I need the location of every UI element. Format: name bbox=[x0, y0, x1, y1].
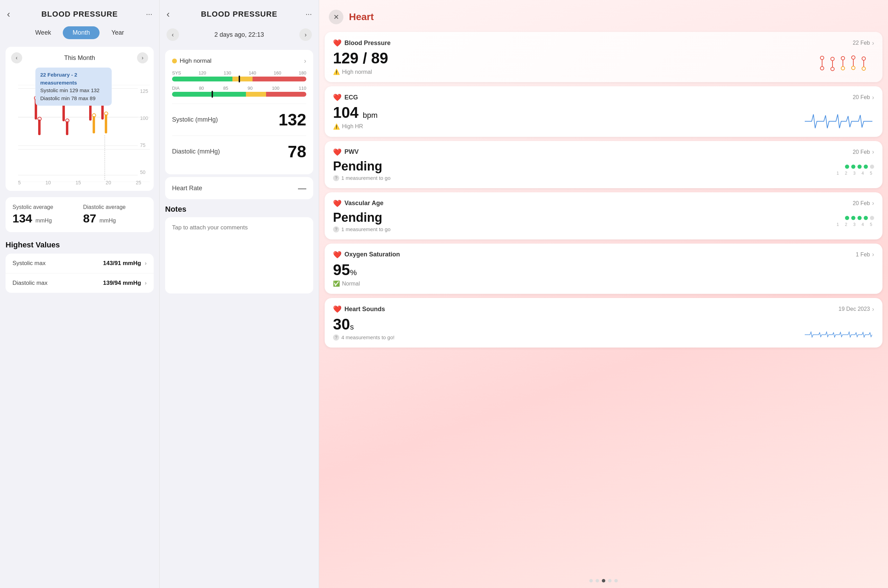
svg-point-27 bbox=[841, 57, 844, 60]
pwv-label-2: 2 bbox=[843, 171, 849, 176]
vascular-info: ? 1 measurement to go bbox=[333, 226, 391, 232]
heart-sounds-info-text: 4 measurements to go! bbox=[341, 334, 394, 340]
diastolic-measure-label: Diastolic (mmHg) bbox=[172, 148, 220, 155]
more-button-middle[interactable]: ··· bbox=[306, 10, 312, 19]
sys-gauge-marker bbox=[239, 75, 240, 82]
metric-card-heart-sounds[interactable]: ❤️ Heart Sounds 19 Dec 2023 › 30s ? 4 me… bbox=[325, 298, 882, 347]
page-dot-3[interactable] bbox=[602, 579, 605, 582]
pwv-chevron-icon: › bbox=[872, 148, 874, 156]
chart-container: ‹ This Month › 22 February - 2 measureme… bbox=[6, 47, 154, 191]
oxygen-chevron-icon: › bbox=[872, 251, 874, 258]
sys-tick-140: 140 bbox=[249, 70, 256, 75]
metric-card-ecg[interactable]: ❤️ ECG 20 Feb › 104 bpm ⚠️ High HR bbox=[325, 86, 882, 136]
panel-left: ‹ BLOOD PRESSURE ··· Week Month Year ‹ T… bbox=[0, 0, 160, 588]
svg-rect-10 bbox=[66, 121, 68, 135]
page-dot-5[interactable] bbox=[614, 579, 618, 582]
panel-middle-header: ‹ BLOOD PRESSURE ··· bbox=[160, 0, 319, 22]
nav-prev-button[interactable]: ‹ bbox=[167, 28, 179, 41]
pwv-card-header: ❤️ PWV 20 Feb › bbox=[333, 148, 874, 156]
oxygen-metric-name: Oxygen Saturation bbox=[345, 251, 400, 258]
sys-label: SYS bbox=[172, 70, 181, 75]
tab-week[interactable]: Week bbox=[25, 26, 61, 39]
systolic-measure-row: Systolic (mmHg) 132 bbox=[172, 104, 306, 135]
ecg-warning-icon: ⚠️ bbox=[333, 123, 340, 130]
ecg-status: ⚠️ High HR bbox=[333, 123, 378, 130]
metric-card-pwv[interactable]: ❤️ PWV 20 Feb › Pending ? 1 measurement … bbox=[325, 141, 882, 188]
notes-section: Notes bbox=[160, 202, 319, 298]
status-row[interactable]: High normal › bbox=[172, 57, 306, 65]
x-label-20: 20 bbox=[106, 180, 111, 185]
tooltip-diastolic: Diastolic min 78 max 89 bbox=[40, 94, 107, 102]
metric-card-blood-pressure[interactable]: ❤️ Blood Pressure 22 Feb › 129 / 89 ⚠️ H… bbox=[325, 32, 882, 82]
dia-gauge-row: DIA 80 85 90 100 110 bbox=[172, 86, 306, 97]
vascular-progress-section: 1 2 3 4 5 bbox=[835, 216, 874, 227]
x-label-25: 25 bbox=[135, 180, 141, 185]
pwv-dot-5 bbox=[870, 165, 874, 169]
vascular-card-header: ❤️ Vascular Age 20 Feb › bbox=[333, 199, 874, 207]
pwv-info-text: 1 measurement to go bbox=[341, 175, 391, 181]
close-button[interactable]: ✕ bbox=[329, 10, 343, 24]
diastolic-max-value: 139/94 mmHg › bbox=[103, 280, 147, 286]
page-dot-1[interactable] bbox=[589, 579, 593, 582]
tab-month[interactable]: Month bbox=[63, 26, 99, 39]
dia-gauge-marker bbox=[212, 91, 213, 98]
chart-title: This Month bbox=[64, 54, 95, 62]
oxygen-name-row: ❤️ Oxygen Saturation bbox=[333, 250, 400, 259]
pwv-label-5: 5 bbox=[868, 171, 874, 176]
diastolic-measure-row: Diastolic (mmHg) 78 bbox=[172, 135, 306, 167]
ecg-chevron-icon: › bbox=[872, 94, 874, 101]
systolic-stat: Systolic average 134 mmHg bbox=[12, 204, 76, 225]
metric-card-oxygen[interactable]: ❤️ Oxygen Saturation 1 Feb › 95% ✅ Norma… bbox=[325, 244, 882, 294]
vascular-label-4: 4 bbox=[859, 222, 866, 227]
oxygen-ok-icon: ✅ bbox=[333, 280, 340, 287]
chart-area: 22 February - 2 measurements Systolic mi… bbox=[11, 68, 148, 185]
diastolic-avg-label: Diastolic average bbox=[83, 204, 147, 210]
bp-metric-value: 129 / 89 bbox=[333, 50, 388, 66]
heart-icon-pwv: ❤️ bbox=[333, 148, 342, 156]
page-dot-4[interactable] bbox=[608, 579, 611, 582]
systolic-max-value: 143/91 mmHg › bbox=[103, 260, 147, 267]
vascular-dot-5 bbox=[870, 216, 874, 220]
pwv-metric-date: 20 Feb bbox=[853, 149, 870, 155]
heart-sounds-metric-name: Heart Sounds bbox=[345, 306, 385, 313]
vascular-label-3: 3 bbox=[851, 222, 858, 227]
back-button-left[interactable]: ‹ bbox=[7, 9, 10, 20]
pwv-label-1: 1 bbox=[835, 171, 841, 176]
metric-card-vascular-age[interactable]: ❤️ Vascular Age 20 Feb › Pending ? 1 mea… bbox=[325, 192, 882, 239]
oxygen-metric-value: 95% bbox=[333, 262, 874, 278]
nav-next-button[interactable]: › bbox=[300, 28, 312, 41]
nav-row: ‹ 2 days ago, 22:13 › bbox=[160, 22, 319, 47]
sys-gauge-row: SYS 120 130 140 160 180 bbox=[172, 70, 306, 81]
tab-year[interactable]: Year bbox=[102, 26, 134, 39]
bp-card-header: ❤️ Blood Pressure 22 Feb › bbox=[333, 39, 874, 47]
pwv-info-icon: ? bbox=[333, 175, 339, 181]
notes-title: Notes bbox=[165, 205, 313, 214]
ecg-card-header: ❤️ ECG 20 Feb › bbox=[333, 93, 874, 102]
more-button-left[interactable]: ··· bbox=[146, 10, 152, 19]
page-dot-2[interactable] bbox=[596, 579, 599, 582]
panel-middle-title: BLOOD PRESSURE bbox=[201, 10, 277, 19]
notes-input[interactable] bbox=[165, 217, 313, 294]
svg-point-21 bbox=[820, 56, 824, 60]
ecg-metric-name: ECG bbox=[345, 94, 358, 101]
chart-prev-button[interactable]: ‹ bbox=[11, 52, 22, 63]
panel-right: ✕ Heart ❤️ Blood Pressure 22 Feb › 129 /… bbox=[319, 0, 888, 588]
heart-sounds-metric-value: 30s bbox=[333, 316, 394, 333]
heart-sounds-name-row: ❤️ Heart Sounds bbox=[333, 305, 385, 313]
chart-next-button[interactable]: › bbox=[137, 52, 148, 63]
heart-rate-label: Heart Rate bbox=[172, 184, 202, 192]
systolic-max-row[interactable]: Systolic max 143/91 mmHg › bbox=[6, 254, 154, 273]
back-button-middle[interactable]: ‹ bbox=[167, 9, 170, 20]
panel-middle: ‹ BLOOD PRESSURE ··· ‹ 2 days ago, 22:13… bbox=[160, 0, 319, 588]
vascular-dot-3 bbox=[858, 216, 862, 220]
pwv-metric-value: Pending bbox=[333, 159, 391, 174]
detail-card: High normal › SYS 120 130 140 160 180 bbox=[165, 50, 313, 174]
systolic-avg-label: Systolic average bbox=[12, 204, 76, 210]
pwv-progress-labels: 1 2 3 4 5 bbox=[835, 171, 874, 176]
tooltip-date: 22 February - 2 measurements bbox=[40, 71, 107, 87]
dia-gauge-track bbox=[172, 92, 306, 97]
oxygen-metric-date: 1 Feb bbox=[856, 252, 870, 258]
highest-card: Systolic max 143/91 mmHg › Diastolic max… bbox=[6, 254, 154, 293]
diastolic-max-row[interactable]: Diastolic max 139/94 mmHg › bbox=[6, 273, 154, 293]
status-chevron-icon: › bbox=[304, 57, 306, 65]
